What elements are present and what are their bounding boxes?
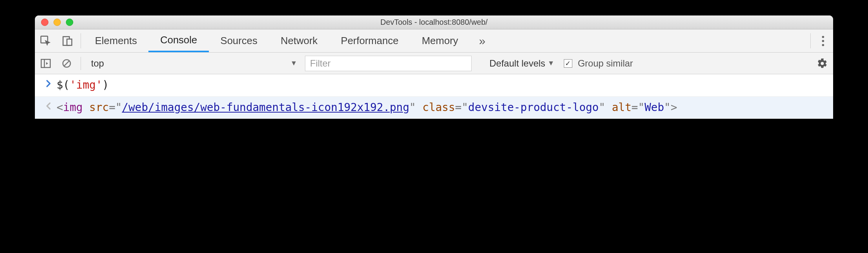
inspect-element-icon[interactable] — [35, 29, 57, 52]
divider — [81, 57, 81, 70]
tab-sources[interactable]: Sources — [209, 29, 269, 52]
tab-performance[interactable]: Performance — [329, 29, 410, 52]
svg-rect-6 — [41, 59, 50, 67]
console-toolbar: top ▼ Default levels ▼ ✓ Group similar — [35, 53, 833, 74]
console-input-row[interactable]: $('img') — [35, 74, 833, 97]
svg-point-4 — [822, 40, 824, 42]
output-icon — [40, 100, 57, 116]
window-title: DevTools - localhost:8080/web/ — [35, 18, 833, 27]
chevron-down-icon: ▼ — [548, 59, 555, 67]
log-levels-label: Default levels — [489, 58, 545, 69]
devtools-tabbar: Elements Console Sources Network Perform… — [35, 29, 833, 53]
tab-network[interactable]: Network — [269, 29, 329, 52]
devtools-window: DevTools - localhost:8080/web/ Elements … — [35, 15, 833, 119]
tab-elements[interactable]: Elements — [83, 29, 148, 52]
close-icon[interactable] — [41, 19, 48, 26]
console-settings-icon[interactable] — [813, 56, 832, 71]
context-selector[interactable]: top ▼ — [86, 56, 303, 71]
clear-console-icon[interactable] — [57, 56, 76, 71]
svg-line-9 — [64, 60, 69, 66]
console-output-row[interactable]: <img src="/web/images/web-fundamentals-i… — [35, 97, 833, 119]
console-input-text: $('img') — [57, 77, 828, 93]
prompt-icon — [40, 77, 57, 93]
console-sidebar-toggle-icon[interactable] — [36, 56, 55, 71]
device-toolbar-icon[interactable] — [57, 29, 78, 52]
chevron-down-icon: ▼ — [290, 59, 297, 67]
divider — [810, 33, 811, 48]
svg-point-5 — [822, 44, 824, 46]
context-selector-label: top — [91, 58, 104, 69]
console-output-text: <img src="/web/images/web-fundamentals-i… — [57, 100, 828, 116]
zoom-icon[interactable] — [66, 19, 73, 26]
group-similar-checkbox[interactable]: ✓ — [564, 59, 572, 68]
minimize-icon[interactable] — [53, 19, 61, 26]
log-levels-selector[interactable]: Default levels ▼ — [489, 58, 555, 69]
console-log-area: $('img') <img src="/web/images/web-funda… — [35, 74, 833, 119]
more-menu-icon[interactable] — [813, 29, 833, 52]
svg-point-3 — [822, 36, 824, 38]
titlebar: DevTools - localhost:8080/web/ — [35, 15, 833, 29]
window-controls — [35, 19, 73, 26]
divider — [81, 33, 81, 48]
group-similar-label: Group similar — [578, 58, 633, 69]
tabs-overflow-icon[interactable]: » — [470, 29, 494, 52]
tab-console[interactable]: Console — [148, 29, 208, 52]
svg-rect-2 — [67, 39, 72, 45]
filter-input[interactable] — [305, 56, 472, 71]
tab-memory[interactable]: Memory — [410, 29, 470, 52]
